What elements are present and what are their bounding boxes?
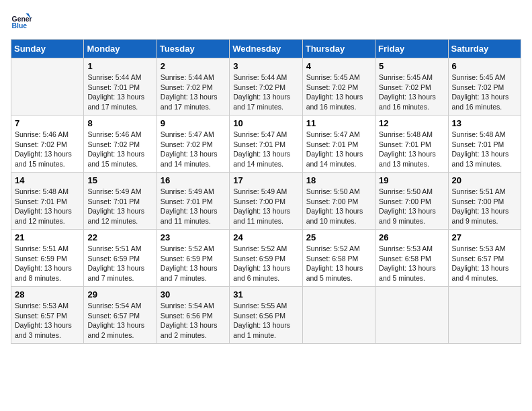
day-number: 4 [306,61,371,71]
day-number: 6 [452,61,517,71]
calendar-cell: 17Sunrise: 5:49 AM Sunset: 7:00 PM Dayli… [230,173,302,230]
logo: General Blue [11,11,32,32]
calendar-cell: 26Sunrise: 5:53 AM Sunset: 6:58 PM Dayli… [375,230,448,287]
day-info: Sunrise: 5:49 AM Sunset: 7:01 PM Dayligh… [87,187,152,226]
day-number: 2 [161,61,226,71]
calendar-cell: 18Sunrise: 5:50 AM Sunset: 7:00 PM Dayli… [302,173,375,230]
day-info: Sunrise: 5:44 AM Sunset: 7:02 PM Dayligh… [233,73,298,112]
day-info: Sunrise: 5:48 AM Sunset: 7:01 PM Dayligh… [452,130,517,169]
day-info: Sunrise: 5:54 AM Sunset: 6:57 PM Dayligh… [87,301,152,340]
col-header-saturday: Saturday [448,40,521,58]
day-number: 15 [87,175,152,185]
day-number: 9 [161,118,226,128]
day-number: 11 [306,118,371,128]
col-header-wednesday: Wednesday [230,40,302,58]
day-number: 3 [233,61,298,71]
day-info: Sunrise: 5:47 AM Sunset: 7:01 PM Dayligh… [306,130,371,169]
day-info: Sunrise: 5:48 AM Sunset: 7:01 PM Dayligh… [379,130,444,169]
day-info: Sunrise: 5:44 AM Sunset: 7:02 PM Dayligh… [161,73,226,112]
day-info: Sunrise: 5:46 AM Sunset: 7:02 PM Dayligh… [15,130,80,169]
day-number: 7 [15,118,80,128]
day-info: Sunrise: 5:50 AM Sunset: 7:00 PM Dayligh… [306,187,371,226]
col-header-monday: Monday [84,40,157,58]
calendar-cell [375,287,448,344]
day-info: Sunrise: 5:51 AM Sunset: 6:59 PM Dayligh… [15,244,80,283]
calendar-cell: 10Sunrise: 5:47 AM Sunset: 7:01 PM Dayli… [230,116,302,173]
calendar-cell: 1Sunrise: 5:44 AM Sunset: 7:01 PM Daylig… [84,58,157,116]
day-number: 27 [452,232,517,242]
calendar-cell: 13Sunrise: 5:48 AM Sunset: 7:01 PM Dayli… [448,116,521,173]
page-header: General Blue [11,11,521,32]
day-number: 19 [379,175,444,185]
day-number: 5 [379,61,444,71]
day-number: 26 [379,232,444,242]
day-number: 18 [306,175,371,185]
col-header-sunday: Sunday [11,40,84,58]
day-info: Sunrise: 5:53 AM Sunset: 6:57 PM Dayligh… [15,301,80,340]
day-info: Sunrise: 5:51 AM Sunset: 6:59 PM Dayligh… [87,244,152,283]
calendar-cell: 11Sunrise: 5:47 AM Sunset: 7:01 PM Dayli… [302,116,375,173]
logo-icon: General Blue [11,11,32,32]
calendar-cell: 8Sunrise: 5:46 AM Sunset: 7:02 PM Daylig… [84,116,157,173]
day-number: 22 [87,232,152,242]
day-number: 12 [379,118,444,128]
col-header-tuesday: Tuesday [157,40,229,58]
day-info: Sunrise: 5:45 AM Sunset: 7:02 PM Dayligh… [452,73,517,112]
day-info: Sunrise: 5:52 AM Sunset: 6:59 PM Dayligh… [161,244,226,283]
calendar-cell: 29Sunrise: 5:54 AM Sunset: 6:57 PM Dayli… [84,287,157,344]
day-info: Sunrise: 5:52 AM Sunset: 6:58 PM Dayligh… [306,244,371,283]
day-info: Sunrise: 5:51 AM Sunset: 7:00 PM Dayligh… [452,187,517,226]
day-info: Sunrise: 5:47 AM Sunset: 7:02 PM Dayligh… [161,130,226,169]
calendar-cell: 14Sunrise: 5:48 AM Sunset: 7:01 PM Dayli… [11,173,84,230]
day-info: Sunrise: 5:45 AM Sunset: 7:02 PM Dayligh… [379,73,444,112]
day-number: 13 [452,118,517,128]
calendar-cell [11,58,84,116]
calendar-cell: 19Sunrise: 5:50 AM Sunset: 7:00 PM Dayli… [375,173,448,230]
day-info: Sunrise: 5:50 AM Sunset: 7:00 PM Dayligh… [379,187,444,226]
day-number: 21 [15,232,80,242]
calendar-cell: 22Sunrise: 5:51 AM Sunset: 6:59 PM Dayli… [84,230,157,287]
day-info: Sunrise: 5:49 AM Sunset: 7:00 PM Dayligh… [233,187,298,226]
day-number: 17 [233,175,298,185]
calendar-cell [448,287,521,344]
calendar-cell: 7Sunrise: 5:46 AM Sunset: 7:02 PM Daylig… [11,116,84,173]
day-number: 29 [87,289,152,300]
calendar-cell: 21Sunrise: 5:51 AM Sunset: 6:59 PM Dayli… [11,230,84,287]
calendar-cell: 20Sunrise: 5:51 AM Sunset: 7:00 PM Dayli… [448,173,521,230]
calendar-cell: 28Sunrise: 5:53 AM Sunset: 6:57 PM Dayli… [11,287,84,344]
day-info: Sunrise: 5:45 AM Sunset: 7:02 PM Dayligh… [306,73,371,112]
calendar-cell: 15Sunrise: 5:49 AM Sunset: 7:01 PM Dayli… [84,173,157,230]
day-number: 1 [87,61,152,71]
day-info: Sunrise: 5:53 AM Sunset: 6:57 PM Dayligh… [452,244,517,283]
day-info: Sunrise: 5:44 AM Sunset: 7:01 PM Dayligh… [87,73,152,112]
day-info: Sunrise: 5:52 AM Sunset: 6:59 PM Dayligh… [233,244,298,283]
calendar-cell: 4Sunrise: 5:45 AM Sunset: 7:02 PM Daylig… [302,58,375,116]
calendar-cell: 30Sunrise: 5:54 AM Sunset: 6:56 PM Dayli… [157,287,229,344]
calendar-cell: 16Sunrise: 5:49 AM Sunset: 7:01 PM Dayli… [157,173,229,230]
day-info: Sunrise: 5:54 AM Sunset: 6:56 PM Dayligh… [161,301,226,340]
day-number: 28 [15,289,80,300]
calendar-table: SundayMondayTuesdayWednesdayThursdayFrid… [11,39,521,344]
calendar-cell [302,287,375,344]
calendar-cell: 3Sunrise: 5:44 AM Sunset: 7:02 PM Daylig… [230,58,302,116]
svg-text:Blue: Blue [12,22,28,30]
day-info: Sunrise: 5:47 AM Sunset: 7:01 PM Dayligh… [233,130,298,169]
calendar-cell: 25Sunrise: 5:52 AM Sunset: 6:58 PM Dayli… [302,230,375,287]
day-number: 8 [87,118,152,128]
calendar-cell: 9Sunrise: 5:47 AM Sunset: 7:02 PM Daylig… [157,116,229,173]
calendar-cell: 27Sunrise: 5:53 AM Sunset: 6:57 PM Dayli… [448,230,521,287]
day-number: 24 [233,232,298,242]
day-number: 10 [233,118,298,128]
day-number: 31 [233,289,298,300]
day-info: Sunrise: 5:55 AM Sunset: 6:56 PM Dayligh… [233,301,298,340]
calendar-cell: 12Sunrise: 5:48 AM Sunset: 7:01 PM Dayli… [375,116,448,173]
calendar-cell: 24Sunrise: 5:52 AM Sunset: 6:59 PM Dayli… [230,230,302,287]
day-info: Sunrise: 5:48 AM Sunset: 7:01 PM Dayligh… [15,187,80,226]
day-info: Sunrise: 5:49 AM Sunset: 7:01 PM Dayligh… [161,187,226,226]
calendar-cell: 6Sunrise: 5:45 AM Sunset: 7:02 PM Daylig… [448,58,521,116]
calendar-cell: 23Sunrise: 5:52 AM Sunset: 6:59 PM Dayli… [157,230,229,287]
col-header-friday: Friday [375,40,448,58]
day-number: 16 [161,175,226,185]
day-number: 23 [161,232,226,242]
day-number: 30 [161,289,226,300]
